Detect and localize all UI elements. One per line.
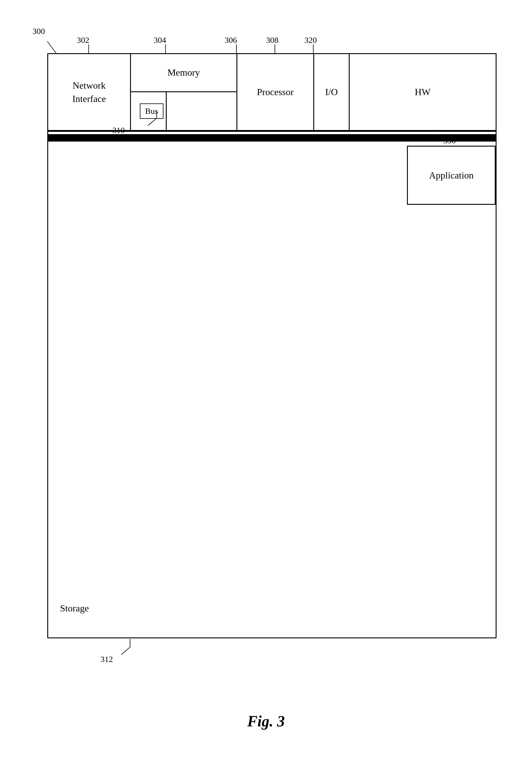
application-box: Application (407, 146, 496, 205)
hardware-section: Network Interface Memory Bus Processor (48, 54, 496, 131)
bus-label: Bus (145, 106, 158, 116)
ref-312: 312 (101, 655, 113, 664)
ref-320: 320 (304, 36, 317, 45)
main-device-box: Network Interface Memory Bus Processor (47, 53, 496, 638)
bus-box: Bus (140, 104, 164, 119)
network-interface-label: Network Interface (72, 79, 106, 106)
figure-caption: Fig. 3 (247, 713, 285, 730)
ref-308: 308 (266, 36, 279, 45)
processor-label: Processor (257, 86, 293, 98)
bus-area: Bus (131, 92, 236, 130)
bus-vertical-line (166, 92, 167, 130)
ref-304: 304 (154, 36, 166, 45)
io-label: I/O (325, 86, 338, 98)
svg-line-0 (47, 41, 56, 53)
ref-310: 310 (112, 126, 125, 135)
hw-box: HW (350, 54, 496, 130)
memory-box: Memory (131, 54, 236, 92)
memory-section: Memory Bus (131, 54, 237, 130)
memory-label: Memory (167, 67, 200, 78)
network-interface-box: Network Interface (48, 54, 131, 130)
ref-300: 300 (33, 26, 45, 36)
hw-label: HW (415, 86, 430, 98)
storage-label: Storage (60, 603, 89, 614)
ref-330: 330 (443, 136, 456, 145)
ref-306: 306 (225, 36, 237, 45)
ref-302: 302 (77, 36, 89, 45)
application-label: Application (429, 170, 473, 181)
processor-box: Processor (237, 54, 314, 130)
svg-line-9 (121, 647, 130, 655)
io-box: I/O (314, 54, 350, 130)
